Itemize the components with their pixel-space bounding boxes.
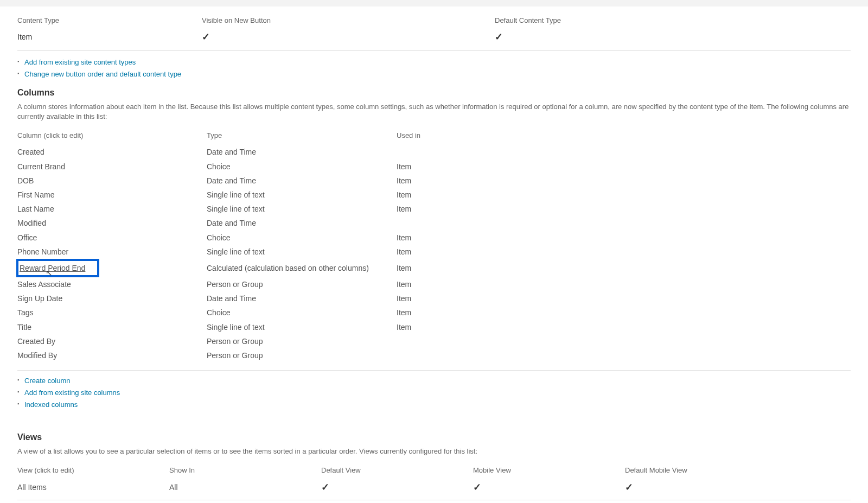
column-type: Choice <box>207 233 397 243</box>
column-used-in: Item <box>397 308 851 317</box>
column-name-link[interactable]: Reward Period End↖ <box>17 261 207 275</box>
column-used-in: Item <box>397 322 851 332</box>
view-row: All Items All ✓ ✓ ✓ <box>17 480 851 500</box>
top-bar <box>0 0 868 7</box>
content-type-row: Item ✓ ✓ <box>17 29 851 51</box>
column-used-in: Item <box>397 176 851 186</box>
column-row: DOBDate and TimeItem <box>17 174 851 188</box>
column-row: ModifiedDate and Time <box>17 216 851 230</box>
column-type: Date and Time <box>207 147 397 157</box>
header-used-in: Used in <box>397 131 851 139</box>
column-used-in: Item <box>397 247 851 257</box>
highlighted-column[interactable]: Reward Period End↖ <box>16 259 99 277</box>
content-type-header-row: Content Type Visible on New Button Defau… <box>17 16 851 24</box>
column-type: Date and Time <box>207 176 397 186</box>
column-row: Last NameSingle line of textItem <box>17 202 851 216</box>
column-type: Date and Time <box>207 294 397 303</box>
view-all-items-link[interactable]: All Items <box>17 483 169 492</box>
column-type: Choice <box>207 308 397 317</box>
column-type: Person or Group <box>207 336 397 346</box>
header-column: Column (click to edit) <box>17 131 207 139</box>
indexed-columns-link[interactable]: Indexed columns <box>24 400 78 409</box>
column-used-in: Item <box>397 263 851 273</box>
column-type: Single line of text <box>207 204 397 214</box>
column-row: TitleSingle line of textItem <box>17 320 851 334</box>
column-name-link[interactable]: Modified <box>17 218 207 228</box>
column-name-link[interactable]: Created By <box>17 336 207 346</box>
check-icon: ✓ <box>473 482 481 493</box>
column-used-in: Item <box>397 162 851 171</box>
divider <box>17 370 851 371</box>
column-name-link[interactable]: Last Name <box>17 204 207 214</box>
views-header-row: View (click to edit) Show In Default Vie… <box>17 466 851 474</box>
column-row: Phone NumberSingle line of textItem <box>17 245 851 259</box>
column-used-in: Item <box>397 204 851 214</box>
column-row: Sales AssociatePerson or GroupItem <box>17 277 851 291</box>
check-icon: ✓ <box>202 31 210 42</box>
content-type-item-link[interactable]: Item <box>17 33 202 41</box>
add-existing-site-columns-link[interactable]: Add from existing site columns <box>24 389 120 397</box>
column-name-link[interactable]: Current Brand <box>17 162 207 171</box>
column-row: Reward Period End↖Calculated (calculatio… <box>17 259 851 277</box>
column-row: First NameSingle line of textItem <box>17 188 851 202</box>
column-row: CreatedDate and Time <box>17 145 851 159</box>
columns-header-row: Column (click to edit) Type Used in <box>17 131 851 139</box>
column-name-link[interactable]: Phone Number <box>17 247 207 257</box>
column-name-link[interactable]: Title <box>17 322 207 332</box>
view-showin: All <box>169 483 321 492</box>
cursor-icon: ↖ <box>46 269 53 277</box>
create-column-link[interactable]: Create column <box>24 377 71 385</box>
columns-heading: Columns <box>17 88 851 98</box>
content-type-links: Add from existing site content types Cha… <box>17 58 851 78</box>
check-icon: ✓ <box>321 482 329 493</box>
views-heading: Views <box>17 432 851 442</box>
column-name-link[interactable]: Sign Up Date <box>17 294 207 303</box>
column-used-in: Item <box>397 294 851 303</box>
column-used-in: Item <box>397 190 851 200</box>
header-visible-on-new: Visible on New Button <box>202 16 495 24</box>
column-name-link[interactable]: Tags <box>17 308 207 317</box>
column-type: Person or Group <box>207 279 397 289</box>
column-type: Single line of text <box>207 190 397 200</box>
column-name-link[interactable]: Office <box>17 233 207 243</box>
columns-body: CreatedDate and TimeCurrent BrandChoiceI… <box>17 145 851 362</box>
header-content-type: Content Type <box>17 16 202 24</box>
column-type: Single line of text <box>207 322 397 332</box>
column-type: Single line of text <box>207 247 397 257</box>
column-row: OfficeChoiceItem <box>17 231 851 245</box>
header-showin: Show In <box>169 466 321 474</box>
columns-links: Create column Add from existing site col… <box>17 376 851 409</box>
header-default-mobile-view: Default Mobile View <box>625 466 851 474</box>
header-type: Type <box>207 131 397 139</box>
column-type: Calculated (calculation based on other c… <box>207 263 397 273</box>
column-type: Date and Time <box>207 218 397 228</box>
column-used-in: Item <box>397 233 851 243</box>
column-row: Created ByPerson or Group <box>17 334 851 348</box>
header-default-view: Default View <box>321 466 473 474</box>
column-type: Person or Group <box>207 351 397 360</box>
page-content: Content Type Visible on New Button Defau… <box>0 7 868 503</box>
header-default-content-type: Default Content Type <box>495 16 851 24</box>
column-name-link[interactable]: Modified By <box>17 351 207 360</box>
header-mobile-view: Mobile View <box>473 466 625 474</box>
header-view: View (click to edit) <box>17 466 169 474</box>
column-row: TagsChoiceItem <box>17 305 851 320</box>
columns-description: A column stores information about each i… <box>17 102 851 122</box>
column-name-link[interactable]: DOB <box>17 176 207 186</box>
column-name-link[interactable]: Created <box>17 147 207 157</box>
column-name-link[interactable]: First Name <box>17 190 207 200</box>
add-existing-content-types-link[interactable]: Add from existing site content types <box>24 58 136 66</box>
column-name-link[interactable]: Sales Associate <box>17 279 207 289</box>
column-type: Choice <box>207 162 397 171</box>
column-row: Current BrandChoiceItem <box>17 160 851 174</box>
check-icon: ✓ <box>625 482 633 493</box>
column-used-in: Item <box>397 279 851 289</box>
column-row: Sign Up DateDate and TimeItem <box>17 291 851 305</box>
column-row: Modified ByPerson or Group <box>17 348 851 362</box>
check-icon: ✓ <box>495 31 503 42</box>
change-button-order-link[interactable]: Change new button order and default cont… <box>24 70 181 78</box>
views-description: A view of a list allows you to see a par… <box>17 447 851 456</box>
